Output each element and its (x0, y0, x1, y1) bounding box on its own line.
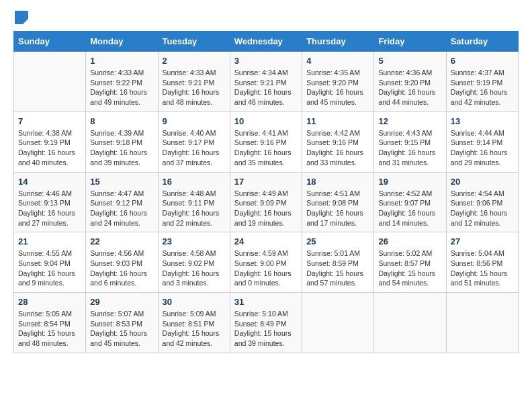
sunrise-text: Sunrise: 5:04 AM (451, 248, 514, 259)
daylight-text: Daylight: 16 hours and 40 minutes. (18, 148, 81, 167)
daylight-text: Daylight: 16 hours and 48 minutes. (163, 87, 226, 107)
header (13, 13, 519, 24)
day-info: Sunrise: 5:01 AMSunset: 8:59 PMDaylight:… (306, 248, 369, 288)
sunset-text: Sunset: 9:15 PM (378, 138, 441, 148)
sunrise-text: Sunrise: 4:35 AM (306, 68, 369, 78)
day-info: Sunrise: 4:59 AMSunset: 9:00 PMDaylight:… (234, 248, 298, 288)
day-info: Sunrise: 4:33 AMSunset: 9:21 PMDaylight:… (163, 68, 226, 107)
calendar-cell: 31Sunrise: 5:10 AMSunset: 8:49 PMDayligh… (230, 293, 302, 353)
daylight-text: Daylight: 16 hours and 44 minutes. (378, 87, 441, 107)
week-row-3: 21Sunrise: 4:55 AMSunset: 9:04 PMDayligh… (14, 232, 519, 293)
week-row-2: 14Sunrise: 4:46 AMSunset: 9:13 PMDayligh… (14, 172, 519, 232)
day-info: Sunrise: 4:43 AMSunset: 9:15 PMDaylight:… (378, 128, 441, 168)
calendar-cell: 1Sunrise: 4:33 AMSunset: 9:22 PMDaylight… (86, 52, 158, 112)
sunrise-text: Sunrise: 5:01 AM (306, 248, 369, 259)
sunset-text: Sunset: 9:13 PM (18, 198, 81, 208)
sunset-text: Sunset: 9:12 PM (90, 198, 153, 208)
sunset-text: Sunset: 9:19 PM (18, 138, 81, 148)
day-info: Sunrise: 4:47 AMSunset: 9:12 PMDaylight:… (90, 189, 153, 228)
day-number: 31 (234, 297, 298, 307)
week-row-4: 28Sunrise: 5:05 AMSunset: 8:54 PMDayligh… (14, 293, 519, 353)
sunrise-text: Sunrise: 4:40 AM (163, 128, 226, 138)
day-info: Sunrise: 4:36 AMSunset: 9:20 PMDaylight:… (378, 68, 441, 107)
day-number: 4 (306, 56, 369, 66)
sunrise-text: Sunrise: 4:47 AM (90, 189, 153, 199)
day-number: 27 (451, 236, 514, 246)
day-number: 18 (306, 177, 369, 187)
day-info: Sunrise: 4:39 AMSunset: 9:18 PMDaylight:… (90, 128, 153, 168)
sunrise-text: Sunrise: 5:02 AM (378, 248, 441, 259)
day-info: Sunrise: 4:33 AMSunset: 9:22 PMDaylight:… (90, 68, 153, 107)
weekday-header-saturday: Saturday (446, 32, 518, 52)
daylight-text: Daylight: 15 hours and 54 minutes. (378, 269, 441, 288)
calendar-cell: 13Sunrise: 4:44 AMSunset: 9:14 PMDayligh… (446, 111, 518, 172)
calendar-cell (14, 52, 86, 112)
calendar-table: SundayMondayTuesdayWednesdayThursdayFrid… (13, 31, 519, 353)
daylight-text: Daylight: 16 hours and 31 minutes. (378, 148, 441, 167)
calendar-cell: 21Sunrise: 4:55 AMSunset: 9:04 PMDayligh… (14, 232, 86, 293)
day-number: 2 (163, 56, 226, 66)
daylight-text: Daylight: 16 hours and 12 minutes. (451, 208, 514, 228)
day-info: Sunrise: 4:35 AMSunset: 9:20 PMDaylight:… (306, 68, 369, 107)
calendar-cell: 24Sunrise: 4:59 AMSunset: 9:00 PMDayligh… (230, 232, 302, 293)
sunset-text: Sunset: 9:18 PM (90, 138, 153, 148)
daylight-text: Daylight: 16 hours and 0 minutes. (234, 269, 298, 288)
sunset-text: Sunset: 8:53 PM (90, 319, 153, 329)
day-number: 29 (90, 297, 153, 307)
sunrise-text: Sunrise: 4:52 AM (378, 189, 441, 199)
sunrise-text: Sunrise: 4:34 AM (234, 68, 298, 78)
daylight-text: Daylight: 16 hours and 42 minutes. (451, 87, 514, 107)
calendar-cell: 28Sunrise: 5:05 AMSunset: 8:54 PMDayligh… (14, 293, 86, 353)
calendar-cell: 3Sunrise: 4:34 AMSunset: 9:21 PMDaylight… (230, 52, 302, 112)
sunrise-text: Sunrise: 4:48 AM (163, 189, 226, 199)
day-number: 22 (90, 236, 153, 246)
day-number: 14 (18, 177, 81, 187)
day-number: 1 (90, 56, 153, 66)
sunset-text: Sunset: 8:51 PM (163, 319, 226, 329)
sunrise-text: Sunrise: 4:36 AM (378, 68, 441, 78)
day-info: Sunrise: 4:34 AMSunset: 9:21 PMDaylight:… (234, 68, 298, 107)
day-number: 11 (306, 116, 369, 126)
sunrise-text: Sunrise: 4:59 AM (234, 248, 298, 259)
sunset-text: Sunset: 9:19 PM (451, 78, 514, 88)
sunset-text: Sunset: 8:54 PM (18, 319, 81, 329)
calendar-cell: 18Sunrise: 4:51 AMSunset: 9:08 PMDayligh… (302, 172, 374, 232)
sunrise-text: Sunrise: 4:41 AM (234, 128, 298, 138)
sunset-text: Sunset: 9:22 PM (90, 78, 153, 88)
daylight-text: Daylight: 16 hours and 46 minutes. (234, 87, 298, 107)
calendar-cell: 26Sunrise: 5:02 AMSunset: 8:57 PMDayligh… (374, 232, 446, 293)
day-number: 17 (234, 177, 298, 187)
sunrise-text: Sunrise: 4:49 AM (234, 189, 298, 199)
sunset-text: Sunset: 9:07 PM (378, 198, 441, 208)
calendar-cell: 7Sunrise: 4:38 AMSunset: 9:19 PMDaylight… (14, 111, 86, 172)
sunset-text: Sunset: 9:14 PM (451, 138, 514, 148)
sunrise-text: Sunrise: 4:33 AM (163, 68, 226, 78)
day-info: Sunrise: 4:55 AMSunset: 9:04 PMDaylight:… (18, 248, 81, 288)
sunset-text: Sunset: 9:00 PM (234, 259, 298, 269)
calendar-cell: 15Sunrise: 4:47 AMSunset: 9:12 PMDayligh… (86, 172, 158, 232)
calendar-cell: 22Sunrise: 4:56 AMSunset: 9:03 PMDayligh… (86, 232, 158, 293)
sunset-text: Sunset: 9:06 PM (451, 198, 514, 208)
daylight-text: Daylight: 16 hours and 9 minutes. (18, 269, 81, 288)
week-row-0: 1Sunrise: 4:33 AMSunset: 9:22 PMDaylight… (14, 52, 519, 112)
logo (13, 13, 28, 24)
logo-icon (15, 11, 28, 24)
sunrise-text: Sunrise: 4:46 AM (18, 189, 81, 199)
day-info: Sunrise: 4:38 AMSunset: 9:19 PMDaylight:… (18, 128, 81, 168)
sunrise-text: Sunrise: 5:09 AM (163, 309, 226, 319)
calendar-cell: 19Sunrise: 4:52 AMSunset: 9:07 PMDayligh… (374, 172, 446, 232)
day-number: 20 (451, 177, 514, 187)
day-number: 15 (90, 177, 153, 187)
day-info: Sunrise: 4:41 AMSunset: 9:16 PMDaylight:… (234, 128, 298, 168)
calendar-cell: 4Sunrise: 4:35 AMSunset: 9:20 PMDaylight… (302, 52, 374, 112)
daylight-text: Daylight: 15 hours and 48 minutes. (18, 328, 81, 348)
sunrise-text: Sunrise: 4:38 AM (18, 128, 81, 138)
daylight-text: Daylight: 16 hours and 35 minutes. (234, 148, 298, 167)
calendar-cell: 6Sunrise: 4:37 AMSunset: 9:19 PMDaylight… (446, 52, 518, 112)
sunset-text: Sunset: 9:17 PM (163, 138, 226, 148)
day-info: Sunrise: 5:10 AMSunset: 8:49 PMDaylight:… (234, 309, 298, 349)
day-number: 12 (378, 116, 441, 126)
calendar-cell: 25Sunrise: 5:01 AMSunset: 8:59 PMDayligh… (302, 232, 374, 293)
day-number: 28 (18, 297, 81, 307)
daylight-text: Daylight: 16 hours and 33 minutes. (306, 148, 369, 167)
